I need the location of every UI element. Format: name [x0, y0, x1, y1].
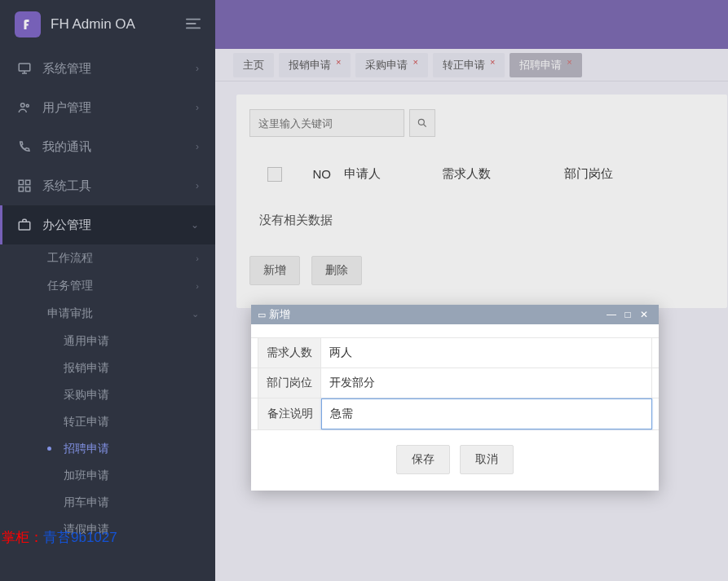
dialog-title: 新增	[269, 307, 290, 322]
dialog-actions: 保存 取消	[251, 430, 659, 491]
window-icon: ▭	[258, 310, 266, 320]
form-row-remark: 备注说明	[251, 398, 659, 430]
cancel-button[interactable]: 取消	[460, 445, 514, 474]
maximize-button[interactable]: □	[620, 309, 636, 320]
save-button[interactable]: 保存	[396, 445, 450, 474]
add-dialog: ▭ 新增 — □ ✕ 需求人数 部门岗位 备注说明 保存 取消	[251, 305, 659, 491]
form-row-need: 需求人数	[251, 337, 659, 368]
close-button[interactable]: ✕	[636, 309, 652, 320]
dialog-body: 需求人数 部门岗位 备注说明 保存 取消	[251, 324, 659, 491]
remark-label: 备注说明	[258, 398, 321, 429]
position-input[interactable]	[321, 368, 651, 398]
remark-input[interactable]	[322, 399, 651, 429]
need-input[interactable]	[321, 338, 651, 368]
need-label: 需求人数	[258, 338, 321, 368]
dialog-titlebar[interactable]: ▭ 新增 — □ ✕	[251, 305, 659, 324]
watermark-code: 青苔9b1027	[43, 530, 117, 545]
position-label: 部门岗位	[258, 368, 321, 398]
form-row-position: 部门岗位	[251, 368, 659, 398]
modal-overlay[interactable]	[0, 0, 728, 581]
watermark: 掌柜：青苔9b1027	[0, 528, 117, 547]
watermark-prefix: 掌柜：	[2, 530, 43, 545]
minimize-button[interactable]: —	[603, 309, 620, 320]
